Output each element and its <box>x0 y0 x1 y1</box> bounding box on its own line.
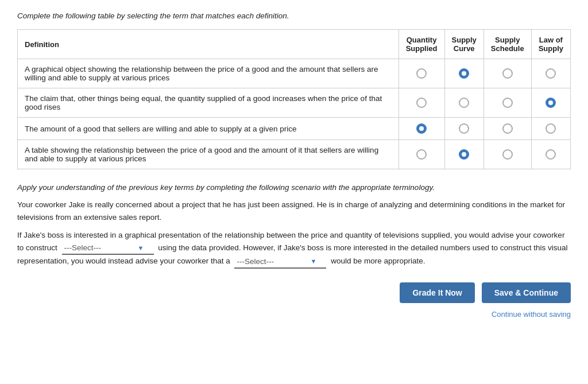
row-3-quantity_supplied-radio[interactable] <box>416 149 427 160</box>
row-0-supply_curve-cell[interactable] <box>444 59 483 88</box>
scenario-paragraph1: Your coworker Jake is really concerned a… <box>17 199 571 223</box>
continue-without-saving-link[interactable]: Continue without saving <box>492 310 571 319</box>
row-2-supply_schedule-cell[interactable] <box>483 118 531 140</box>
row-2-supply_curve-radio[interactable] <box>459 123 469 134</box>
row-0-supply_schedule-radio[interactable] <box>502 68 513 79</box>
col-header-law-of-supply: Law ofSupply <box>531 30 570 59</box>
table-row: A graphical object showing the relations… <box>18 59 571 88</box>
row-3-law_of_supply-cell[interactable] <box>531 140 570 169</box>
row-1-supply_curve-radio[interactable] <box>459 98 469 108</box>
row-1-quantity_supplied-cell[interactable] <box>399 88 444 118</box>
dropdown2-select[interactable]: ---Select---Supply CurveSupply ScheduleQ… <box>234 256 320 267</box>
row-1-supply_curve-cell[interactable] <box>444 88 483 118</box>
row-3-supply_schedule-cell[interactable] <box>483 140 531 169</box>
row-3-quantity_supplied-cell[interactable] <box>399 140 444 169</box>
dropdown1-container[interactable]: ---Select---Supply CurveSupply ScheduleQ… <box>62 242 154 255</box>
matching-table: Definition QuantitySupplied SupplyCurve … <box>17 29 571 169</box>
instruction2: Apply your understanding of the previous… <box>17 183 571 192</box>
table-row: The amount of a good that sellers are wi… <box>18 118 571 140</box>
row-1-definition: The claim that, other things being equal… <box>18 88 399 118</box>
row-3-definition: A table showing the relationship between… <box>18 140 399 169</box>
row-3-supply_schedule-radio[interactable] <box>502 149 513 160</box>
row-0-quantity_supplied-cell[interactable] <box>399 59 444 88</box>
row-2-law_of_supply-radio[interactable] <box>546 123 556 134</box>
row-0-quantity_supplied-radio[interactable] <box>416 68 427 79</box>
row-2-supply_curve-cell[interactable] <box>444 118 483 140</box>
row-1-quantity_supplied-radio[interactable] <box>416 98 427 108</box>
row-0-law_of_supply-cell[interactable] <box>531 59 570 88</box>
action-buttons: Grade It Now Save & Continue <box>400 282 571 303</box>
dropdown2-container[interactable]: ---Select---Supply CurveSupply ScheduleQ… <box>234 255 326 269</box>
dropdown1-select[interactable]: ---Select---Supply CurveSupply ScheduleQ… <box>62 242 148 253</box>
table-row: The claim that, other things being equal… <box>18 88 571 118</box>
row-3-supply_curve-cell[interactable] <box>444 140 483 169</box>
row-2-law_of_supply-cell[interactable] <box>531 118 570 140</box>
row-0-supply_schedule-cell[interactable] <box>483 59 531 88</box>
scenario-paragraph2: If Jake's boss is interested in a graphi… <box>17 229 571 269</box>
row-0-supply_curve-radio[interactable] <box>459 68 469 79</box>
col-header-supply-schedule: SupplySchedule <box>483 30 531 59</box>
row-1-supply_schedule-cell[interactable] <box>483 88 531 118</box>
save-button[interactable]: Save & Continue <box>482 282 571 303</box>
row-0-law_of_supply-radio[interactable] <box>546 68 556 79</box>
row-1-law_of_supply-cell[interactable] <box>531 88 570 118</box>
row-1-law_of_supply-radio[interactable] <box>546 98 556 108</box>
col-header-definition: Definition <box>18 30 399 59</box>
row-2-quantity_supplied-cell[interactable] <box>399 118 444 140</box>
grade-button[interactable]: Grade It Now <box>400 282 474 303</box>
scenario-text-after: would be more appropriate. <box>331 257 425 266</box>
instruction1: Complete the following table by selectin… <box>17 11 571 20</box>
row-0-definition: A graphical object showing the relations… <box>18 59 399 88</box>
col-header-quantity-supplied: QuantitySupplied <box>399 30 444 59</box>
row-2-quantity_supplied-radio[interactable] <box>416 123 427 134</box>
table-row: A table showing the relationship between… <box>18 140 571 169</box>
row-3-supply_curve-radio[interactable] <box>459 149 469 160</box>
col-header-supply-curve: SupplyCurve <box>444 30 483 59</box>
buttons-area: Grade It Now Save & Continue Continue wi… <box>17 282 571 319</box>
row-2-supply_schedule-radio[interactable] <box>502 123 513 134</box>
row-3-law_of_supply-radio[interactable] <box>546 149 556 160</box>
row-2-definition: The amount of a good that sellers are wi… <box>18 118 399 140</box>
row-1-supply_schedule-radio[interactable] <box>502 98 513 108</box>
